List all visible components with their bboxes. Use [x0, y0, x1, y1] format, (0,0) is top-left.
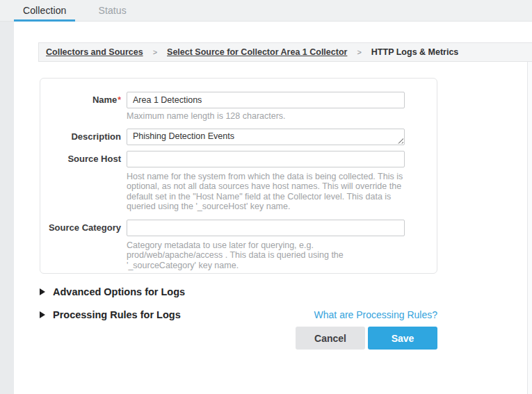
source-category-hint: Category metadata to use later for query… [127, 240, 408, 271]
required-asterisk: * [118, 95, 121, 105]
processing-rules-title: Processing Rules for Logs [53, 309, 181, 320]
form-actions: Cancel Save [40, 327, 437, 350]
source-form-panel: Name* Maximum name length is 128 charact… [40, 78, 437, 274]
description-row: Description Phishing Detection Events [40, 129, 437, 145]
tab-collection[interactable]: Collection [14, 0, 75, 21]
scroll-gutter [527, 62, 532, 394]
source-host-input[interactable] [127, 151, 405, 167]
source-host-hint: Host name for the system from which the … [127, 172, 408, 212]
source-config-page: Collection Status Collectors and Sources… [0, 0, 532, 394]
source-category-label: Source Category [40, 220, 121, 236]
description-label: Description [40, 129, 121, 145]
source-category-row: Source Category [40, 220, 437, 236]
content-area: Collectors and Sources > Select Source f… [14, 22, 532, 394]
cancel-button[interactable]: Cancel [296, 327, 365, 350]
tab-status-label: Status [98, 5, 126, 16]
advanced-options-section-toggle[interactable]: Advanced Options for Logs [40, 286, 437, 297]
processing-rules-section-row: Processing Rules for Logs What are Proce… [40, 309, 437, 320]
source-host-row: Source Host [40, 151, 437, 167]
source-host-label: Source Host [40, 151, 121, 167]
tab-collection-label: Collection [23, 5, 66, 16]
name-row: Name* [40, 92, 437, 108]
active-tab-underline [14, 19, 75, 22]
breadcrumb-link-select-source[interactable]: Select Source for Collector Area 1 Colle… [167, 47, 347, 57]
advanced-options-title: Advanced Options for Logs [53, 286, 185, 297]
breadcrumb-separator: > [153, 48, 157, 56]
main-column: Name* Maximum name length is 128 charact… [40, 78, 437, 350]
source-category-input[interactable] [127, 220, 405, 236]
name-label: Name* [40, 92, 121, 108]
name-hint: Maximum name length is 128 characters. [127, 111, 408, 122]
caret-right-icon [40, 288, 45, 295]
breadcrumb: Collectors and Sources > Select Source f… [38, 42, 532, 62]
processing-rules-section-toggle[interactable]: Processing Rules for Logs [40, 309, 181, 320]
caret-right-icon [40, 311, 45, 318]
name-input[interactable] [127, 92, 405, 108]
what-are-processing-rules-link[interactable]: What are Processing Rules? [314, 309, 437, 320]
breadcrumb-current-page: HTTP Logs & Metrics [371, 47, 458, 57]
top-tab-bar: Collection Status [0, 0, 532, 22]
breadcrumb-link-collectors-and-sources[interactable]: Collectors and Sources [46, 47, 143, 57]
breadcrumb-separator: > [357, 48, 361, 56]
save-button[interactable]: Save [368, 327, 437, 350]
description-textarea[interactable]: Phishing Detection Events [127, 129, 405, 145]
tab-status[interactable]: Status [89, 0, 135, 21]
